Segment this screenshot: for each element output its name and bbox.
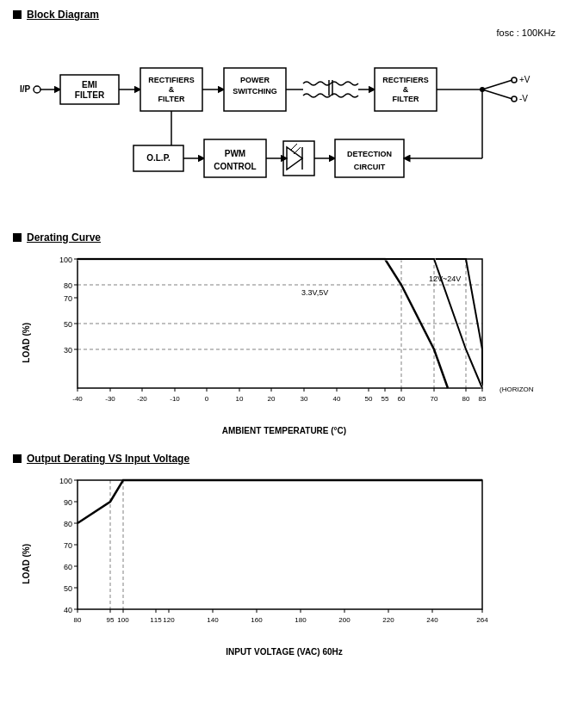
svg-text:RECTIFIERS: RECTIFIERS bbox=[382, 76, 429, 84]
svg-text:160: 160 bbox=[251, 616, 263, 624]
svg-text:SWITCHING: SWITCHING bbox=[233, 87, 277, 96]
svg-text:220: 220 bbox=[382, 616, 394, 624]
svg-text:100: 100 bbox=[59, 256, 72, 264]
svg-point-1 bbox=[34, 86, 40, 93]
block-diagram-header: Block Diagram bbox=[13, 9, 564, 21]
svg-text:-30: -30 bbox=[105, 395, 115, 403]
svg-text:115: 115 bbox=[150, 616, 162, 624]
svg-text:60: 60 bbox=[398, 395, 406, 403]
svg-text:90: 90 bbox=[64, 498, 72, 507]
svg-text:40: 40 bbox=[64, 606, 72, 614]
svg-text:180: 180 bbox=[295, 616, 307, 624]
svg-text:FILTER: FILTER bbox=[158, 95, 185, 103]
derating-ylabel: LOAD (%) bbox=[22, 323, 31, 363]
svg-text:100: 100 bbox=[59, 477, 72, 485]
derating-chart-area: 100 80 70 50 30 bbox=[34, 250, 534, 435]
block-diagram-title: Block Diagram bbox=[27, 9, 99, 21]
svg-text:200: 200 bbox=[338, 616, 351, 624]
svg-text:50: 50 bbox=[365, 395, 373, 403]
svg-text:55: 55 bbox=[382, 395, 389, 403]
svg-text:CONTROL: CONTROL bbox=[214, 162, 256, 171]
svg-text:80: 80 bbox=[462, 395, 470, 403]
svg-text:70: 70 bbox=[64, 294, 72, 303]
svg-text:-20: -20 bbox=[137, 395, 147, 403]
svg-rect-7 bbox=[140, 68, 202, 111]
svg-text:20: 20 bbox=[268, 395, 276, 403]
svg-text:120: 120 bbox=[163, 616, 175, 624]
svg-text:DETECTION: DETECTION bbox=[347, 150, 392, 158]
svg-line-25 bbox=[482, 80, 512, 89]
svg-text:264: 264 bbox=[476, 616, 488, 624]
svg-text:95: 95 bbox=[107, 616, 115, 624]
block-diagram-svg: I/P EMI FILTER RECTIFIERS & FILTER POWER… bbox=[13, 42, 564, 214]
svg-text:240: 240 bbox=[426, 616, 438, 624]
svg-text:&: & bbox=[169, 85, 175, 94]
output-derating-xlabel: INPUT VOLTAGE (VAC) 60Hz bbox=[34, 647, 534, 657]
svg-point-24 bbox=[480, 87, 485, 92]
svg-rect-47 bbox=[335, 139, 404, 177]
svg-rect-36 bbox=[204, 139, 266, 177]
svg-text:O.L.P.: O.L.P. bbox=[146, 153, 171, 163]
svg-text:&: & bbox=[403, 85, 409, 94]
fosc-label: fosc : 100KHz bbox=[13, 28, 564, 38]
output-derating-svg: 100 90 80 70 60 50 40 80 bbox=[34, 472, 534, 644]
svg-text:50: 50 bbox=[64, 584, 72, 593]
svg-text:30: 30 bbox=[301, 395, 308, 403]
svg-text:40: 40 bbox=[333, 395, 341, 403]
svg-text:30: 30 bbox=[64, 346, 72, 355]
block-diagram-container: I/P EMI FILTER RECTIFIERS & FILTER POWER… bbox=[13, 42, 564, 214]
section-square-icon-3 bbox=[13, 454, 22, 463]
output-derating-title: Output Derating VS Input Voltage bbox=[27, 453, 189, 465]
svg-text:80: 80 bbox=[64, 281, 72, 290]
svg-point-29 bbox=[512, 96, 517, 102]
svg-text:100: 100 bbox=[117, 616, 129, 624]
output-derating-header: Output Derating VS Input Voltage bbox=[13, 453, 564, 465]
svg-marker-40 bbox=[287, 147, 302, 170]
svg-text:POWER: POWER bbox=[240, 76, 270, 84]
svg-text:50: 50 bbox=[64, 320, 72, 329]
derating-xlabel: AMBIENT TEMPERATURE (°C) bbox=[34, 426, 534, 435]
output-derating-ylabel: LOAD (%) bbox=[22, 544, 31, 584]
derating-curve-section: Derating Curve LOAD (%) 100 80 70 bbox=[13, 231, 564, 435]
svg-text:+V: +V bbox=[519, 75, 530, 84]
svg-text:12V~24V: 12V~24V bbox=[429, 275, 461, 283]
derating-curve-title: Derating Curve bbox=[27, 231, 101, 244]
svg-text:PWM: PWM bbox=[225, 149, 245, 158]
svg-rect-19 bbox=[375, 68, 437, 111]
section-square-icon-2 bbox=[13, 233, 22, 242]
svg-point-26 bbox=[512, 77, 517, 83]
svg-text:10: 10 bbox=[236, 395, 244, 403]
svg-text:EMI: EMI bbox=[82, 80, 97, 89]
svg-text:-V: -V bbox=[519, 94, 528, 103]
svg-rect-33 bbox=[133, 145, 183, 171]
block-diagram-section: Block Diagram fosc : 100KHz I/P EMI FILT… bbox=[13, 9, 564, 214]
svg-text:0: 0 bbox=[205, 395, 209, 403]
svg-text:-10: -10 bbox=[170, 395, 180, 403]
svg-line-43 bbox=[294, 147, 301, 154]
svg-text:-40: -40 bbox=[72, 395, 83, 403]
derating-chart-wrapper: LOAD (%) 100 80 70 50 bbox=[22, 250, 564, 435]
svg-text:CIRCUIT: CIRCUIT bbox=[354, 163, 386, 171]
svg-rect-102 bbox=[78, 480, 482, 609]
svg-text:(HORIZONTAL): (HORIZONTAL) bbox=[499, 386, 534, 393]
svg-text:I/P: I/P bbox=[20, 84, 31, 94]
svg-text:70: 70 bbox=[431, 395, 438, 403]
svg-text:140: 140 bbox=[207, 616, 219, 624]
svg-text:80: 80 bbox=[64, 520, 72, 528]
section-square-icon bbox=[13, 10, 22, 19]
svg-text:RECTIFIERS: RECTIFIERS bbox=[148, 76, 195, 84]
svg-text:FILTER: FILTER bbox=[75, 90, 105, 100]
svg-rect-3 bbox=[60, 75, 119, 104]
output-derating-chart-wrapper: LOAD (%) 100 90 80 70 60 50 40 bbox=[22, 472, 564, 657]
svg-rect-12 bbox=[224, 68, 286, 111]
derating-curve-header: Derating Curve bbox=[13, 231, 564, 244]
output-derating-chart-area: 100 90 80 70 60 50 40 80 bbox=[34, 472, 534, 657]
svg-text:FILTER: FILTER bbox=[393, 95, 419, 103]
svg-rect-44 bbox=[283, 141, 314, 176]
svg-text:3.3V,5V: 3.3V,5V bbox=[301, 288, 328, 297]
svg-text:60: 60 bbox=[64, 563, 72, 571]
svg-line-42 bbox=[290, 144, 297, 151]
svg-line-28 bbox=[482, 89, 512, 99]
svg-text:85: 85 bbox=[479, 395, 487, 403]
derating-curve-svg: 100 80 70 50 30 bbox=[34, 250, 534, 423]
